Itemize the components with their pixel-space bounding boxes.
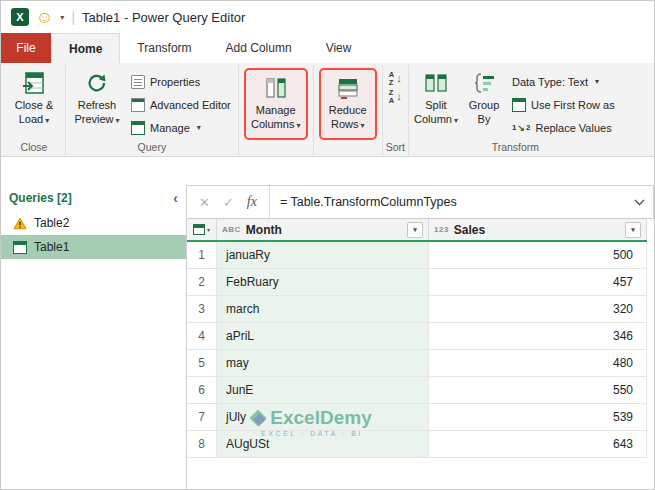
sort-ascending-icon: AZ	[389, 71, 394, 86]
dropdown-caret-icon: ▾	[45, 116, 49, 125]
cell-month[interactable]: FebRuary	[217, 269, 429, 296]
collapse-pane-icon[interactable]: ‹	[173, 190, 178, 206]
text-type-icon: ABC	[222, 225, 241, 234]
ribbon-group-manage-columns: Manage Columns▾	[239, 65, 314, 156]
number-type-icon: 123	[434, 225, 449, 234]
dropdown-caret-icon: ▾	[454, 116, 458, 125]
manage-columns-button[interactable]: Manage Columns▾	[248, 71, 304, 132]
cell-month[interactable]: jUly	[217, 404, 429, 431]
group-by-button[interactable]: Group By	[462, 66, 506, 127]
grid-row: 5 may 480	[187, 350, 647, 377]
cell-month[interactable]: AUgUSt	[217, 431, 429, 458]
highlight-annotation-box: Reduce Rows▾	[319, 68, 377, 140]
cell-sales[interactable]: 457	[429, 269, 647, 296]
reduce-rows-button[interactable]: Reduce Rows▾	[323, 71, 373, 132]
sort-arrow-icon: ↓	[396, 91, 402, 102]
cell-month[interactable]: januaRy	[217, 242, 429, 269]
grid-row: 4 aPriL 346	[187, 323, 647, 350]
ribbon: Close & Load▾ Close Re	[1, 63, 654, 157]
row-number[interactable]: 6	[187, 377, 217, 404]
queries-pane-header: Queries [2] ‹	[1, 185, 186, 211]
properties-button[interactable]: Properties	[127, 70, 235, 93]
group-label-transform: Transform	[412, 140, 619, 156]
split-column-label: Split Column▾	[414, 99, 458, 127]
row-number[interactable]: 8	[187, 431, 217, 458]
cell-month[interactable]: march	[217, 296, 429, 323]
advanced-editor-icon	[131, 98, 145, 112]
grid-header-row: ▾ ABC Month ▾ 123 Sales ▾	[187, 219, 647, 242]
formula-input[interactable]: = Table.TransformColumnTypes	[270, 195, 625, 209]
cell-month[interactable]: may	[217, 350, 429, 377]
window-title: Table1 - Power Query Editor	[82, 10, 245, 25]
expand-formula-bar-button[interactable]	[625, 186, 653, 218]
close-and-load-button[interactable]: Close & Load▾	[6, 66, 62, 127]
smiley-feedback-icon[interactable]: ☺	[36, 9, 53, 26]
replace-values-icon: 1↘2	[512, 123, 530, 133]
replace-values-button[interactable]: 1↘2 Replace Values	[508, 116, 619, 139]
sort-ascending-button[interactable]: AZ ↓	[389, 71, 402, 86]
quick-access-toolbar-caret-icon[interactable]: ▾	[60, 13, 64, 22]
split-column-button[interactable]: Split Column▾	[412, 66, 460, 127]
manage-button[interactable]: Manage ▾	[127, 116, 235, 139]
column-header-sales[interactable]: 123 Sales ▾	[429, 219, 647, 240]
title-bar: X ☺ ▾ | Table1 - Power Query Editor	[1, 1, 654, 33]
cell-sales[interactable]: 550	[429, 377, 647, 404]
filter-dropdown-button[interactable]: ▾	[407, 222, 423, 238]
column-header-month[interactable]: ABC Month ▾	[217, 219, 429, 240]
grid-row: 1 januaRy 500	[187, 242, 647, 269]
row-number[interactable]: 5	[187, 350, 217, 377]
cell-sales[interactable]: 500	[429, 242, 647, 269]
row-number[interactable]: 3	[187, 296, 217, 323]
cell-sales[interactable]: 643	[429, 431, 647, 458]
queries-pane-title: Queries [2]	[9, 191, 72, 205]
cell-month[interactable]: aPriL	[217, 323, 429, 350]
excel-app-icon: X	[11, 8, 29, 26]
sort-descending-button[interactable]: ZA ↓	[389, 89, 402, 104]
advanced-editor-button[interactable]: Advanced Editor	[127, 93, 235, 116]
refresh-preview-button[interactable]: Refresh Preview▾	[69, 66, 125, 127]
ribbon-group-reduce-rows: Reduce Rows▾	[314, 65, 383, 156]
commit-icon[interactable]: ✓	[223, 195, 234, 210]
formula-bar: ✕ ✓ fx = Table.TransformColumnTypes	[187, 185, 654, 219]
refresh-preview-label: Refresh Preview▾	[74, 99, 119, 127]
tab-add-column[interactable]: Add Column	[209, 33, 309, 63]
cancel-icon[interactable]: ✕	[199, 195, 210, 210]
grid-row: 3 march 320	[187, 296, 647, 323]
row-number[interactable]: 1	[187, 242, 217, 269]
filter-dropdown-button[interactable]: ▾	[625, 222, 641, 238]
group-by-label: Group By	[469, 99, 500, 127]
group-label-query: Query	[69, 140, 235, 156]
row-number[interactable]: 4	[187, 323, 217, 350]
editor-column: ✕ ✓ fx = Table.TransformColumnTypes	[187, 185, 654, 489]
grid-row: 6 JunE 550	[187, 377, 647, 404]
ribbon-group-sort: AZ ↓ ZA ↓ Sort	[383, 65, 409, 156]
main-area: Queries [2] ‹ Table2 Table1 ✕	[1, 157, 654, 489]
query-name: Table2	[34, 216, 69, 230]
cell-sales[interactable]: 320	[429, 296, 647, 323]
query-item-table1[interactable]: Table1	[1, 235, 186, 259]
tab-view[interactable]: View	[309, 33, 369, 63]
row-number[interactable]: 2	[187, 269, 217, 296]
table-menu-button[interactable]: ▾	[187, 219, 217, 240]
row-number[interactable]: 7	[187, 404, 217, 431]
tab-home[interactable]: Home	[51, 33, 120, 63]
data-type-button[interactable]: Data Type: Text ▾	[508, 70, 619, 93]
cell-sales[interactable]: 480	[429, 350, 647, 377]
tab-transform[interactable]: Transform	[120, 33, 208, 63]
reduce-rows-icon	[335, 74, 361, 102]
queries-pane: Queries [2] ‹ Table2 Table1	[1, 185, 187, 489]
grid-row: 2 FebRuary 457	[187, 269, 647, 296]
cell-sales[interactable]: 346	[429, 323, 647, 350]
table-icon	[13, 241, 27, 254]
cell-sales[interactable]: 539	[429, 404, 647, 431]
dropdown-caret-icon: ▾	[207, 226, 210, 233]
properties-icon	[131, 75, 145, 89]
query-item-table2[interactable]: Table2	[1, 211, 186, 235]
use-first-row-button[interactable]: Use First Row as	[508, 93, 619, 116]
tab-file[interactable]: File	[1, 33, 51, 63]
close-and-load-label: Close & Load▾	[15, 99, 54, 127]
column-name: Sales	[454, 223, 485, 237]
manage-icon	[131, 121, 145, 135]
cell-month[interactable]: JunE	[217, 377, 429, 404]
close-and-load-icon	[21, 69, 47, 97]
